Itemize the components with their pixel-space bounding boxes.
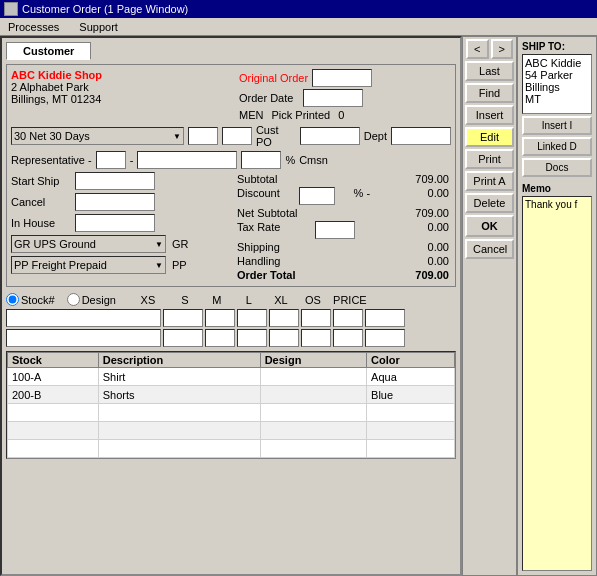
left-panel: Customer ABC Kiddie Shop 2 Alphabet Park… [0, 36, 462, 576]
term-value2[interactable]: 0 [222, 127, 252, 145]
size-input-price[interactable] [365, 309, 405, 327]
address1: 2 Alphabet Park [11, 81, 231, 93]
cell-stock-4 [8, 440, 99, 458]
terms-dropdown-arrow: ▼ [173, 132, 181, 141]
size-input-m2[interactable] [237, 329, 267, 347]
tax-rate-input[interactable]: 0.000 [315, 221, 355, 239]
order-date-input[interactable]: JUL 26 16 [303, 89, 363, 107]
discount-pct-sym: % - [354, 187, 371, 205]
insert-i-button[interactable]: Insert I [522, 116, 592, 135]
edit-button[interactable]: Edit [465, 127, 514, 147]
print-button[interactable]: Print [465, 149, 514, 169]
tax-value: 0.00 [389, 221, 449, 239]
radio-row: Stock# Design XS S M L XL OS PRICE [6, 293, 456, 306]
size-input-xl[interactable] [301, 309, 331, 327]
order-header-block: Original Order 101 Order Date JUL 26 16 … [239, 69, 451, 121]
memo-box[interactable]: Thank you f [522, 196, 592, 571]
cell-stock-1: 200-B [8, 386, 99, 404]
cell-description-4 [98, 440, 260, 458]
size-input-os2[interactable] [333, 329, 363, 347]
order-total-value: 709.00 [389, 269, 449, 281]
financials-block: Subtotal 709.00 Discount 0.00 % - 0.00 N… [235, 172, 451, 282]
table-row[interactable]: 200-BShortsBlue [8, 386, 455, 404]
find-button[interactable]: Find [465, 83, 514, 103]
radio-stock[interactable] [6, 293, 19, 306]
ship-to-box: ABC Kiddie 54 Parker Billings MT [522, 54, 592, 114]
size-l: L [234, 294, 264, 306]
size-input-l2[interactable] [269, 329, 299, 347]
cell-color-1: Blue [367, 386, 455, 404]
order-table: Stock Description Design Color 100-AShir… [7, 352, 455, 458]
size-input-xs[interactable] [163, 309, 203, 327]
size-input-xs2[interactable] [163, 329, 203, 347]
size-input-stock2[interactable] [6, 329, 161, 347]
cancel-button[interactable]: Cancel [465, 239, 514, 259]
cell-design-4 [260, 440, 366, 458]
table-row[interactable] [8, 440, 455, 458]
docs-button[interactable]: Docs [522, 158, 592, 177]
subtotal-value: 709.00 [389, 173, 449, 185]
menu-support[interactable]: Support [75, 21, 122, 33]
table-row[interactable]: 100-AShirtAqua [8, 368, 455, 386]
cell-color-3 [367, 422, 455, 440]
start-ship-input[interactable]: JUL 1 16 [75, 172, 155, 190]
shipping-method-dropdown[interactable]: GR UPS Ground ▼ [11, 235, 166, 253]
print-a-button[interactable]: Print A [465, 171, 514, 191]
linked-d-button[interactable]: Linked D [522, 137, 592, 156]
rep-code[interactable]: BW [96, 151, 126, 169]
pick-printed-label: Pick Printed [271, 109, 330, 121]
terms-dropdown[interactable]: 30 Net 30 Days ▼ [11, 127, 184, 145]
customer-info-block: ABC Kiddie Shop 2 Alphabet Park Billings… [11, 69, 231, 121]
in-house-input[interactable]: AUG 31 16 [75, 214, 155, 232]
tab-row: Customer [6, 42, 456, 60]
size-input-os[interactable] [333, 309, 363, 327]
size-input-row2 [6, 329, 456, 347]
men-label: MEN [239, 109, 263, 121]
shipping-block: Start Ship JUL 1 16 Cancel AUG 31 16 In … [11, 172, 227, 282]
shipping-method-label: GR UPS Ground [14, 238, 96, 250]
radio-design-text: Design [82, 294, 116, 306]
original-order-input[interactable]: 101 [312, 69, 372, 87]
table-row[interactable] [8, 404, 455, 422]
size-input-l[interactable] [269, 309, 299, 327]
rep-name[interactable]: Bill Wilshire [137, 151, 237, 169]
insert-button[interactable]: Insert [465, 105, 514, 125]
handling-label: Handling [237, 255, 280, 267]
rep-pct[interactable]: 10.00 [241, 151, 281, 169]
freight-method-dropdown[interactable]: PP Freight Prepaid ▼ [11, 256, 166, 274]
size-input-s[interactable] [205, 309, 235, 327]
handling-value: 0.00 [389, 255, 449, 267]
menu-processes[interactable]: Processes [4, 21, 63, 33]
term-value[interactable]: 30 [188, 127, 218, 145]
freight-code-display: PP [172, 259, 187, 271]
size-input-xl2[interactable] [301, 329, 331, 347]
tab-customer[interactable]: Customer [6, 42, 91, 60]
col-description: Description [98, 353, 260, 368]
table-row[interactable] [8, 422, 455, 440]
ship-to-label: SHIP TO: [522, 41, 592, 52]
rep-row: Representative - BW - Bill Wilshire 10.0… [11, 151, 451, 169]
prev-button[interactable]: < [466, 39, 488, 59]
cust-po-input[interactable] [300, 127, 360, 145]
radio-design-label[interactable]: Design [67, 293, 116, 306]
size-input-m[interactable] [237, 309, 267, 327]
size-input-price2[interactable] [365, 329, 405, 347]
radio-design[interactable] [67, 293, 80, 306]
last-button[interactable]: Last [465, 61, 514, 81]
size-input-row1 [6, 309, 456, 327]
discount-pct-input[interactable]: 0.00 [299, 187, 335, 205]
freight-method-label: PP Freight Prepaid [14, 259, 107, 271]
radio-stock-label[interactable]: Stock# [6, 293, 55, 306]
net-subtotal-label: Net Subtotal [237, 207, 298, 219]
ship-to-line2: 54 Parker [525, 69, 589, 81]
delete-button[interactable]: Delete [465, 193, 514, 213]
dept-input[interactable] [391, 127, 451, 145]
cancel-input[interactable]: AUG 31 16 [75, 193, 155, 211]
rep-dash: - [130, 154, 134, 166]
order-date-label: Order Date [239, 92, 299, 104]
next-button[interactable]: > [491, 39, 513, 59]
size-input-s2[interactable] [205, 329, 235, 347]
size-input-stock[interactable] [6, 309, 161, 327]
ok-button[interactable]: OK [465, 215, 514, 237]
price-col-label: PRICE [330, 294, 370, 306]
